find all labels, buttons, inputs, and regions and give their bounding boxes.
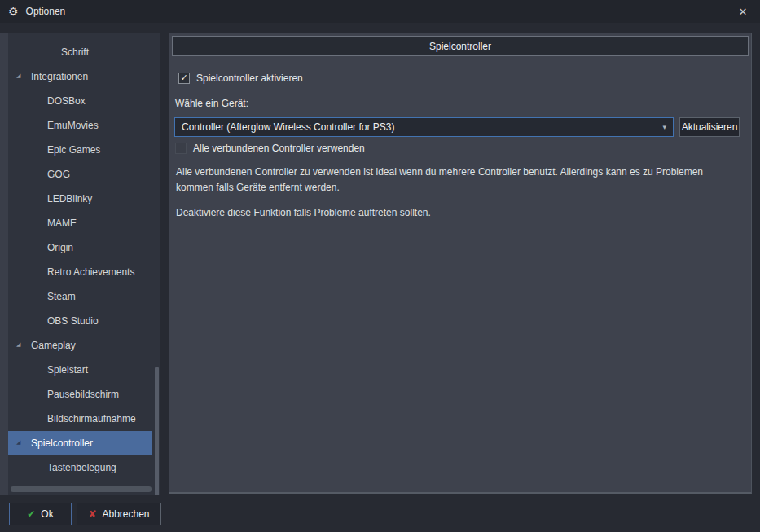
sidebar-item-mame[interactable]: MAME <box>8 211 152 235</box>
ok-button[interactable]: ✔ Ok <box>9 503 72 525</box>
device-select-label: Wähle ein Gerät: <box>175 98 248 109</box>
close-icon[interactable]: ✕ <box>734 2 752 20</box>
sidebar-left-gutter <box>0 33 8 495</box>
sidebar-item-pausebildschirm[interactable]: Pausebildschirm <box>8 382 152 407</box>
enable-controller-checkbox[interactable]: ✓ Spielcontroller aktivieren <box>178 73 303 84</box>
chevron-down-icon: ▾ <box>662 123 666 131</box>
refresh-button[interactable]: Aktualisieren <box>679 117 740 137</box>
device-select[interactable]: Controller (Afterglow Wireless Controlle… <box>174 117 674 137</box>
sidebar-item-integrationen[interactable]: ◢Integrationen <box>8 64 152 89</box>
sidebar-item-ledblinky[interactable]: LEDBlinky <box>8 187 152 211</box>
sidebar-item-tastenbelegung[interactable]: Tastenbelegung <box>8 455 152 480</box>
settings-tree: Schrift ◢Integrationen DOSBox EmuMovies … <box>8 40 160 480</box>
sidebar-item-emumovies[interactable]: EmuMovies <box>8 113 152 138</box>
sidebar-item-dosbox[interactable]: DOSBox <box>8 89 152 113</box>
sidebar-item-epic-games[interactable]: Epic Games <box>8 138 152 162</box>
sidebar-item-spielstart[interactable]: Spielstart <box>8 358 152 382</box>
settings-tree-sidebar: Schrift ◢Integrationen DOSBox EmuMovies … <box>8 33 160 495</box>
expander-icon[interactable]: ◢ <box>16 73 26 79</box>
checkbox-label: Spielcontroller aktivieren <box>196 73 303 84</box>
sidebar-item-steam[interactable]: Steam <box>8 284 152 309</box>
sidebar-item-spielcontroller[interactable]: ◢Spielcontroller <box>8 431 152 455</box>
sidebar-item-obs-studio[interactable]: OBS Studio <box>8 309 152 333</box>
expander-icon[interactable]: ◢ <box>16 341 26 348</box>
sidebar-item-schrift[interactable]: Schrift <box>8 40 152 64</box>
checkbox-unchecked-icon[interactable] <box>175 143 187 154</box>
horizontal-scrollbar-thumb[interactable] <box>11 486 152 492</box>
sidebar-item-gameplay[interactable]: ◢Gameplay <box>8 333 152 358</box>
checkbox-label: Alle verbundenen Controller verwenden <box>193 143 365 154</box>
panel-header: Spielcontroller <box>172 36 749 56</box>
x-icon: ✘ <box>88 508 96 520</box>
sidebar-item-retro-achievements[interactable]: Retro Achievements <box>8 260 152 284</box>
check-icon: ✔ <box>27 508 35 520</box>
vertical-scrollbar-thumb[interactable] <box>155 367 159 495</box>
title-bar: ⚙ Optionen ✕ <box>0 0 760 23</box>
panel-title: Spielcontroller <box>429 41 491 52</box>
sidebar-item-bildschirmaufnahme[interactable]: Bildschirmaufnahme <box>8 407 152 431</box>
checkbox-checked-icon[interactable]: ✓ <box>178 73 190 84</box>
cancel-button[interactable]: ✘ Abbrechen <box>77 503 161 525</box>
sidebar-item-gog[interactable]: GOG <box>8 162 152 187</box>
window-title: Optionen <box>26 6 66 17</box>
gear-icon: ⚙ <box>8 5 19 18</box>
all-controllers-checkbox[interactable]: Alle verbundenen Controller verwenden <box>175 143 365 154</box>
expander-icon[interactable]: ◢ <box>16 439 26 446</box>
spielcontroller-settings-panel: Spielcontroller ✓ Spielcontroller aktivi… <box>169 33 752 494</box>
info-text-disable-hint: Deaktiviere diese Funktion falls Problem… <box>176 205 742 221</box>
info-text-multiple-controllers: Alle verbundenen Controller zu verwenden… <box>176 165 742 196</box>
sidebar-item-origin[interactable]: Origin <box>8 235 152 260</box>
device-select-value: Controller (Afterglow Wireless Controlle… <box>182 121 394 133</box>
